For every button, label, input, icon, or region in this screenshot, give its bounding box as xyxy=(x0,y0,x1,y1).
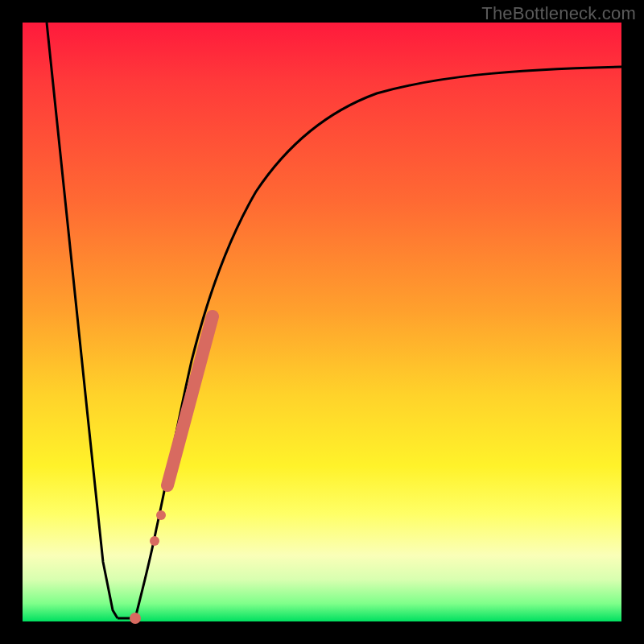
marker-valley-dot xyxy=(130,613,141,624)
marker-dot-b xyxy=(156,510,166,520)
plot-area xyxy=(23,23,621,621)
chart-frame: TheBottleneck.com xyxy=(0,0,644,644)
watermark-text: TheBottleneck.com xyxy=(481,3,636,24)
highlight-segment xyxy=(167,316,213,485)
marker-dot-a xyxy=(150,536,159,546)
curve-svg xyxy=(23,23,621,621)
curve-left-branch xyxy=(47,23,118,618)
